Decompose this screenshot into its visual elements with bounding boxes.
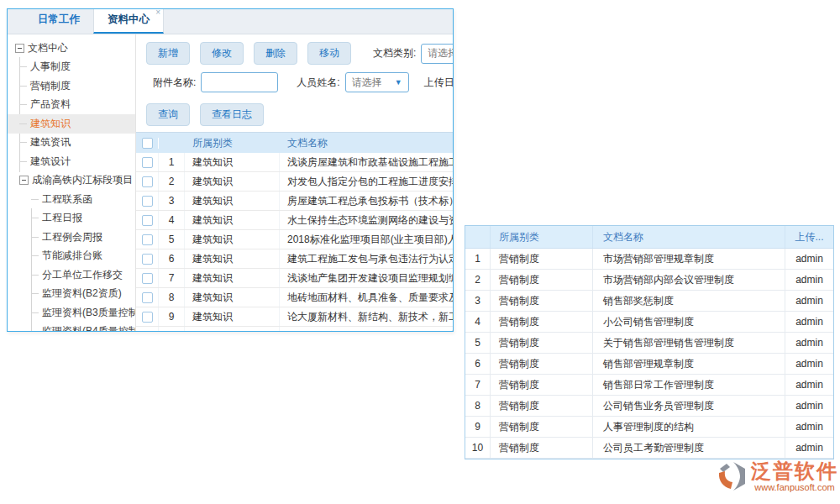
row-doc-name[interactable]: 浅谈地产集团开发建设项目监理规划编... bbox=[280, 271, 453, 286]
tree-node-construction-news[interactable]: 建筑资讯 bbox=[8, 134, 135, 153]
row-doc-name[interactable]: 论大厦新材料、新结构、新技术，新工... bbox=[280, 310, 453, 324]
row-doc-name[interactable]: 大厦地下室加气砼墙砌筑工程的施工方... bbox=[280, 329, 453, 332]
tree-node-project-item[interactable]: 工程日报 bbox=[8, 209, 135, 228]
table-row[interactable]: 1 建筑知识 浅谈房屋建筑和市政基础设施工程施工... bbox=[136, 153, 453, 172]
table-row[interactable]: 5 营销制度 关于销售部管理销售管理制度 admin bbox=[465, 333, 833, 354]
row-checkbox[interactable] bbox=[142, 176, 153, 187]
tree-node-project-item[interactable]: 分工单位工作移交 bbox=[8, 265, 135, 285]
tree-node-document-center[interactable]: 文档中心 bbox=[8, 39, 135, 58]
tree-node-project-item[interactable]: 工程联系函 bbox=[8, 190, 135, 209]
row-checkbox[interactable] bbox=[142, 254, 153, 265]
tree-node-hr-policy[interactable]: 人事制度 bbox=[8, 58, 135, 77]
row-doc-name[interactable]: 水土保持生态环境监测网络的建设与资... bbox=[280, 213, 453, 228]
row-category: 营销制度 bbox=[491, 333, 593, 353]
row-checkbox[interactable] bbox=[142, 292, 153, 303]
table-row[interactable]: 8 建筑知识 地砖地面材料、机具准备、质量要求及... bbox=[136, 288, 453, 307]
tree-node-construction-knowledge[interactable]: 建筑知识 bbox=[8, 114, 135, 134]
row-doc-name[interactable]: 2018标准化监理项目部(业主项目部)人员... bbox=[280, 233, 453, 247]
row-doc-name[interactable]: 建筑工程施工发包与承包违法行为认定... bbox=[280, 252, 453, 266]
tree-node-marketing-policy[interactable]: 营销制度 bbox=[8, 76, 135, 96]
row-doc-name[interactable]: 市场营销部内部会议管理制度 bbox=[593, 270, 785, 290]
tree-node-project-item[interactable]: 监理资料(B3质量控制) bbox=[8, 303, 135, 323]
table-row[interactable]: 4 营销制度 小公司销售管理制度 admin bbox=[465, 312, 833, 333]
document-center-window: 日常工作 资料中心 × 文档中心 人事制度 bbox=[7, 8, 454, 332]
toolbar-actions: 新增 修改 删除 移动 文档类别: 请选择 ▼ 文档 bbox=[136, 42, 453, 65]
row-doc-name[interactable]: 小公司销售管理制度 bbox=[593, 312, 785, 332]
person-name-select[interactable]: 请选择 ▼ bbox=[345, 72, 409, 92]
row-checkbox[interactable] bbox=[142, 273, 153, 284]
row-doc-name[interactable]: 市场营销部管理规章制度 bbox=[593, 249, 785, 269]
row-category: 营销制度 bbox=[491, 438, 593, 458]
table-row[interactable]: 3 营销制度 销售部奖惩制度 admin bbox=[465, 291, 833, 312]
name-column-header: 文档名称 bbox=[280, 136, 453, 150]
collapse-icon[interactable] bbox=[19, 176, 29, 185]
select-all-checkbox[interactable] bbox=[142, 138, 153, 149]
row-doc-name[interactable]: 人事管理制度的结构 bbox=[593, 417, 785, 437]
row-doc-name[interactable]: 关于销售部管理销售管理制度 bbox=[593, 333, 785, 353]
move-button[interactable]: 移动 bbox=[307, 42, 351, 65]
row-doc-name[interactable]: 地砖地面材料、机具准备、质量要求及... bbox=[280, 291, 453, 305]
row-checkbox[interactable] bbox=[142, 312, 153, 323]
row-doc-name[interactable]: 公司员工考勤管理制度 bbox=[593, 438, 785, 458]
row-checkbox[interactable] bbox=[142, 234, 153, 245]
row-checkbox[interactable] bbox=[142, 157, 153, 168]
table-row[interactable]: 10 营销制度 公司员工考勤管理制度 admin bbox=[465, 438, 833, 459]
table-row[interactable]: 4 建筑知识 水土保持生态环境监测网络的建设与资... bbox=[136, 211, 453, 230]
chevron-down-icon: ▼ bbox=[395, 78, 402, 87]
tree-node-label: 建筑知识 bbox=[30, 117, 71, 131]
tree-node-project-item[interactable]: 监理资料(B4质量控制) bbox=[8, 323, 135, 332]
tree-node-project[interactable]: 成渝高铁内江标段项目 bbox=[8, 171, 135, 191]
table-row[interactable]: 3 建筑知识 房屋建筑工程总承包投标书（技术标）... bbox=[136, 192, 453, 211]
tab-daily-work[interactable]: 日常工作 bbox=[24, 8, 93, 34]
table-row[interactable]: 9 营销制度 人事管理制度的结构 admin bbox=[465, 417, 833, 438]
add-button[interactable]: 新增 bbox=[146, 42, 190, 65]
edit-button[interactable]: 修改 bbox=[200, 42, 244, 65]
row-doc-name[interactable]: 公司销售业务员管理制度 bbox=[593, 396, 785, 416]
tree-node-product-data[interactable]: 产品资料 bbox=[8, 96, 135, 115]
tree-node-project-item[interactable]: 监理资料(B2资质) bbox=[8, 285, 135, 304]
table-row[interactable]: 1 营销制度 市场营销部管理规章制度 admin bbox=[465, 249, 833, 270]
table-row[interactable]: 7 营销制度 销售部日常工作管理制度 admin bbox=[465, 375, 833, 396]
fanpu-logo-icon bbox=[716, 459, 749, 493]
row-doc-name[interactable]: 销售部管理规章制度 bbox=[593, 354, 785, 374]
row-checkbox[interactable] bbox=[142, 196, 153, 207]
row-uploader: admin bbox=[785, 421, 833, 433]
row-doc-name[interactable]: 销售部奖惩制度 bbox=[593, 291, 785, 311]
row-checkbox[interactable] bbox=[142, 331, 153, 332]
tree-node-label: 监理资料(B3质量控制) bbox=[42, 306, 136, 320]
table-row[interactable]: 2 营销制度 市场营销部内部会议管理制度 admin bbox=[465, 270, 833, 291]
table-row[interactable]: 6 营销制度 销售部管理规章制度 admin bbox=[465, 354, 833, 375]
row-doc-name[interactable]: 房屋建筑工程总承包投标书（技术标）... bbox=[280, 194, 453, 208]
tree-node-construction-design[interactable]: 建筑设计 bbox=[8, 152, 135, 171]
row-doc-name[interactable]: 浅谈房屋建筑和市政基础设施工程施工... bbox=[280, 155, 453, 170]
query-button[interactable]: 查询 bbox=[146, 103, 190, 126]
category-column-header: 所属别类 bbox=[185, 136, 280, 150]
table-row[interactable]: 7 建筑知识 浅谈地产集团开发建设项目监理规划编... bbox=[136, 269, 453, 288]
collapse-icon[interactable] bbox=[15, 44, 24, 53]
marketing-policy-table-window: 所属别类 文档名称 上传... 1 营销制度 市场营销部管理规章制度 admin… bbox=[465, 225, 834, 459]
table-row[interactable]: 6 建筑知识 建筑工程施工发包与承包违法行为认定... bbox=[136, 249, 453, 269]
tree-node-project-item[interactable]: 节能减排台账 bbox=[8, 247, 135, 266]
tree-connector bbox=[19, 104, 27, 105]
toolbar-filters: 附件名称: 人员姓名: 请选择 ▼ 上传日期 bbox=[136, 72, 453, 92]
table-row[interactable]: 8 营销制度 公司销售业务员管理制度 admin bbox=[465, 396, 833, 417]
delete-button[interactable]: 删除 bbox=[254, 42, 297, 65]
table-row[interactable]: 2 建筑知识 对发包人指定分包的工程施工进度安排... bbox=[136, 172, 453, 192]
table-row[interactable]: 9 建筑知识 论大厦新材料、新结构、新技术，新工... bbox=[136, 307, 453, 327]
row-index: 1 bbox=[465, 249, 491, 269]
doc-category-select[interactable]: 请选择 ▼ bbox=[421, 44, 453, 64]
tab-data-center[interactable]: 资料中心 × bbox=[93, 8, 164, 34]
row-checkbox[interactable] bbox=[142, 215, 153, 226]
tree-node-label: 监理资料(B4质量控制) bbox=[42, 324, 136, 331]
row-index: 6 bbox=[465, 354, 491, 374]
row-index: 3 bbox=[159, 192, 185, 210]
tab-close-icon[interactable]: × bbox=[155, 8, 160, 17]
row-doc-name[interactable]: 对发包人指定分包的工程施工进度安排... bbox=[280, 175, 453, 189]
person-name-value: 请选择 bbox=[352, 76, 382, 90]
attachment-name-input[interactable] bbox=[201, 72, 278, 92]
view-log-button[interactable]: 查看日志 bbox=[200, 103, 264, 126]
row-doc-name[interactable]: 销售部日常工作管理制度 bbox=[593, 375, 785, 395]
table-row[interactable]: 5 建筑知识 2018标准化监理项目部(业主项目部)人员... bbox=[136, 230, 453, 249]
table-row[interactable]: 10 建筑知识 大厦地下室加气砼墙砌筑工程的施工方... bbox=[136, 327, 453, 331]
tree-node-project-item[interactable]: 工程例会周报 bbox=[8, 228, 135, 247]
